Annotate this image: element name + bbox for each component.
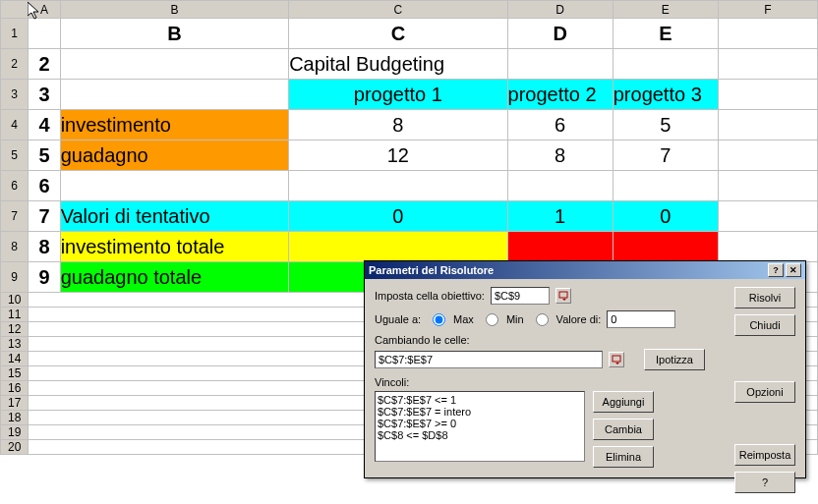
selectall-corner[interactable] — [1, 1, 29, 19]
row-11-header[interactable]: 11 — [1, 308, 29, 322]
options-button[interactable]: Opzioni — [734, 381, 795, 403]
cell-b6[interactable] — [60, 171, 289, 201]
cell-e5[interactable]: 7 — [613, 140, 718, 171]
constraints-list[interactable]: $C$7:$E$7 <= 1 $C$7:$E$7 = intero $C$7:$… — [375, 391, 585, 462]
cell-f8[interactable] — [718, 232, 817, 262]
row-18-header[interactable]: 18 — [1, 411, 29, 425]
cell-e3[interactable]: progetto 3 — [613, 80, 718, 110]
cell-a7[interactable]: 7 — [29, 201, 60, 232]
cell-d5[interactable]: 8 — [507, 140, 613, 171]
ref-select-icon-2[interactable] — [609, 352, 624, 367]
row-14-header[interactable]: 14 — [1, 352, 29, 366]
cell-d2[interactable] — [507, 49, 613, 80]
cell-e8[interactable] — [613, 232, 718, 262]
row-9-header[interactable]: 9 — [1, 262, 29, 293]
cell-b1[interactable]: B — [60, 19, 289, 49]
cell-c5[interactable]: 12 — [289, 140, 507, 171]
add-button[interactable]: Aggiungi — [593, 391, 654, 413]
min-radio[interactable] — [486, 313, 498, 326]
cell-e4[interactable]: 5 — [613, 110, 718, 140]
row-13-header[interactable]: 13 — [1, 337, 29, 352]
cell-b2[interactable] — [60, 49, 289, 80]
col-d-header[interactable]: D — [507, 1, 613, 19]
row-1-header[interactable]: 1 — [1, 19, 29, 49]
cell-d1[interactable]: D — [507, 19, 613, 49]
cell-d3[interactable]: progetto 2 — [507, 80, 613, 110]
cell-f7[interactable] — [718, 201, 817, 232]
delete-button[interactable]: Elimina — [593, 446, 654, 468]
row-4-header[interactable]: 4 — [1, 110, 29, 140]
cell-f5[interactable] — [718, 140, 817, 171]
cell-f6[interactable] — [718, 171, 817, 201]
row-20-header[interactable]: 20 — [1, 440, 29, 455]
cell-c6[interactable] — [289, 171, 507, 201]
cell-f4[interactable] — [718, 110, 817, 140]
cell-a6[interactable]: 6 — [29, 171, 60, 201]
cell-e6[interactable] — [613, 171, 718, 201]
cell-c2[interactable]: Capital Budgeting — [289, 49, 507, 80]
row-16-header[interactable]: 16 — [1, 381, 29, 396]
row-15-header[interactable]: 15 — [1, 366, 29, 381]
cell-a3[interactable]: 3 — [29, 80, 60, 110]
cell-b8[interactable]: investimento totale — [60, 232, 289, 262]
cell-a5[interactable]: 5 — [29, 140, 60, 171]
cell-d8[interactable] — [507, 232, 613, 262]
constraint-item[interactable]: $C$7:$E$7 <= 1 — [378, 394, 582, 406]
target-input[interactable] — [491, 287, 550, 305]
cell-a4[interactable]: 4 — [29, 110, 60, 140]
row-7-header[interactable]: 7 — [1, 201, 29, 232]
col-e-header[interactable]: E — [613, 1, 718, 19]
row-17-header[interactable]: 17 — [1, 396, 29, 411]
cell-c3[interactable]: progetto 1 — [289, 80, 507, 110]
cell-d6[interactable] — [507, 171, 613, 201]
changing-input[interactable] — [375, 351, 603, 368]
cell-b4[interactable]: investimento — [60, 110, 289, 140]
row-6-header[interactable]: 6 — [1, 171, 29, 201]
col-b-header[interactable]: B — [60, 1, 289, 19]
cell-f1[interactable] — [718, 19, 817, 49]
cell-a9[interactable]: 9 — [29, 262, 60, 293]
row-5-header[interactable]: 5 — [1, 140, 29, 171]
col-c-header[interactable]: C — [289, 1, 507, 19]
cell-d4[interactable]: 6 — [507, 110, 613, 140]
cell-e2[interactable] — [613, 49, 718, 80]
cell-c7[interactable]: 0 — [289, 201, 507, 232]
close-button[interactable]: Chiudi — [734, 314, 795, 336]
row-2-header[interactable]: 2 — [1, 49, 29, 80]
row-19-header[interactable]: 19 — [1, 425, 29, 440]
help-icon[interactable]: ? — [768, 263, 784, 277]
cell-f2[interactable] — [718, 49, 817, 80]
ref-select-icon[interactable] — [555, 288, 571, 304]
cell-c4[interactable]: 8 — [289, 110, 507, 140]
solve-button[interactable]: Risolvi — [734, 287, 795, 308]
guess-button[interactable]: Ipotizza — [644, 349, 705, 370]
cell-a8[interactable]: 8 — [29, 232, 60, 262]
cell-b7[interactable]: Valori di tentativo — [60, 201, 289, 232]
valueof-radio[interactable] — [536, 313, 549, 326]
constraint-item[interactable]: $C$7:$E$7 >= 0 — [378, 418, 582, 429]
cell-b3[interactable] — [60, 80, 289, 110]
cell-a2[interactable]: 2 — [29, 49, 60, 80]
cell-b5[interactable]: guadagno — [60, 140, 289, 171]
row-10-header[interactable]: 10 — [1, 293, 29, 308]
cell-f3[interactable] — [718, 80, 817, 110]
valueof-input[interactable] — [607, 310, 675, 328]
help-button[interactable]: ? — [734, 472, 795, 493]
constraint-item[interactable]: $C$7:$E$7 = intero — [378, 406, 582, 418]
col-f-header[interactable]: F — [718, 1, 817, 19]
cell-a1[interactable] — [29, 19, 60, 49]
dialog-titlebar[interactable]: Parametri del Risolutore ? ✕ — [365, 261, 805, 279]
reset-button[interactable]: Reimposta — [734, 444, 795, 466]
cell-e7[interactable]: 0 — [613, 201, 718, 232]
row-12-header[interactable]: 12 — [1, 322, 29, 337]
change-button[interactable]: Cambia — [593, 419, 654, 440]
cell-e1[interactable]: E — [613, 19, 718, 49]
cell-c8[interactable] — [289, 232, 507, 262]
col-a-header[interactable]: A — [29, 1, 60, 19]
cell-b9[interactable]: guadagno totale — [60, 262, 289, 293]
close-icon[interactable]: ✕ — [786, 263, 801, 277]
row-3-header[interactable]: 3 — [1, 80, 29, 110]
cell-d7[interactable]: 1 — [507, 201, 613, 232]
row-8-header[interactable]: 8 — [1, 232, 29, 262]
max-radio[interactable] — [433, 313, 445, 326]
